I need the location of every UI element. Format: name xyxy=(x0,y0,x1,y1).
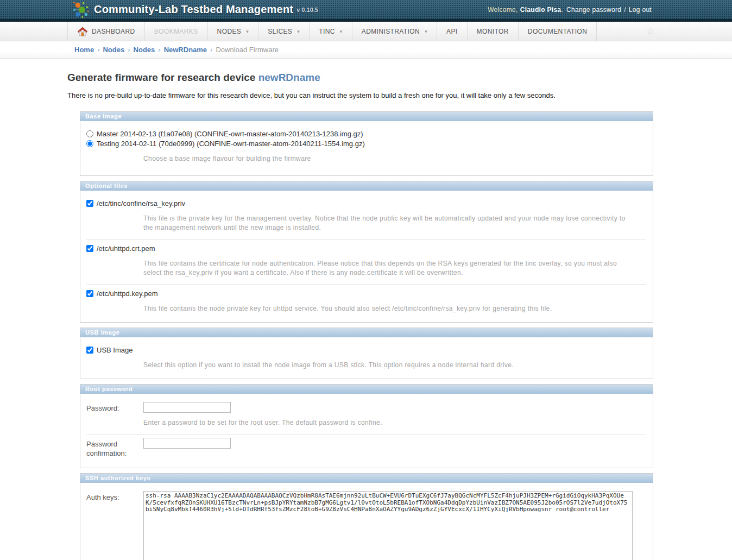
nav-label-administration: ADMINISTRATION xyxy=(362,28,420,35)
chevron-down-icon: ▾ xyxy=(340,29,343,34)
section-optional-files: Optional files /etc/tinc/confine/rsa_key… xyxy=(80,181,653,323)
base-image-option-testing[interactable]: Testing 2014-02-11 (70de0999) (CONFINE-o… xyxy=(86,140,646,148)
key-pem-checkbox[interactable] xyxy=(86,290,93,297)
nav-item-monitor[interactable]: MONITOR xyxy=(468,22,519,41)
section-usb-image: USB image USB Image Select this option i… xyxy=(80,328,653,379)
breadcrumb-current: Download Firmware xyxy=(216,46,279,54)
password-field[interactable] xyxy=(143,402,231,413)
section-root-password: Root password Password: Enter a password… xyxy=(80,384,653,468)
user-area: Welcome, Claudio Pisa . Change password … xyxy=(488,0,652,19)
breadcrumb-separator: › xyxy=(158,46,160,54)
base-image-help: Choose a base image flavour for building… xyxy=(143,154,635,163)
optional-file-key-pem[interactable]: /etc/uhttpd.key.pem xyxy=(86,290,646,298)
section-header-optional-files: Optional files xyxy=(80,181,653,191)
key-pem-label: /etc/uhttpd.key.pem xyxy=(97,290,158,298)
nav-item-dashboard[interactable]: DASHBOARD xyxy=(67,22,145,41)
usb-image-checkbox[interactable] xyxy=(86,347,93,354)
welcome-punctuation: . xyxy=(561,6,563,14)
nav-item-administration[interactable]: ADMINISTRATION ▾ xyxy=(352,22,437,41)
key-pem-help: This file contains the node private key … xyxy=(143,304,635,313)
base-image-label-master: Master 2014-02-13 (f1a07e08) (CONFINE-ow… xyxy=(97,130,363,138)
section-header-ssh-keys: SSH authorized keys xyxy=(80,474,653,483)
password-confirmation-label: Password confirmation: xyxy=(86,438,143,458)
usb-image-label: USB Image xyxy=(97,346,132,354)
auth-keys-label: Auth keys: xyxy=(86,491,143,502)
nav-label-nodes: NODES xyxy=(217,28,242,35)
rsa-key-help: This file is the private key for the man… xyxy=(143,214,635,232)
password-label: Password: xyxy=(86,402,143,413)
intro-text: There is no pre-build up-to-date firmwar… xyxy=(67,91,665,99)
nav-item-nodes[interactable]: NODES ▾ xyxy=(208,22,259,41)
section-base-image: Base Image Master 2014-02-13 (f1a07e08) … xyxy=(80,111,653,176)
nav-label-slices: SLICES xyxy=(268,28,292,35)
breadcrumb-nodes-2[interactable]: Nodes xyxy=(134,46,155,54)
nav-label-bookmarks: BOOKMARKS xyxy=(154,28,198,35)
password-confirmation-field[interactable] xyxy=(143,438,231,449)
device-name-link[interactable]: newRDname xyxy=(258,72,320,83)
base-image-radio-testing[interactable] xyxy=(86,140,93,147)
nav-item-tinc[interactable]: TINC ▾ xyxy=(310,22,352,41)
password-help: Enter a password to be set for the root … xyxy=(143,418,635,427)
top-header: Community-Lab Testbed Management v 0.10.… xyxy=(0,0,732,22)
chevron-down-icon: ▾ xyxy=(297,29,300,34)
usb-image-help: Select this option if you want to instal… xyxy=(143,361,635,370)
breadcrumb-device[interactable]: NewRDname xyxy=(164,46,207,54)
chevron-down-icon: ▾ xyxy=(425,29,427,34)
nav-label-api: API xyxy=(446,28,458,35)
base-image-radio-master[interactable] xyxy=(86,130,93,137)
section-header-root-password: Root password xyxy=(80,385,653,394)
breadcrumb-separator: › xyxy=(128,46,130,54)
breadcrumb-nodes-1[interactable]: Nodes xyxy=(103,46,124,54)
nav-item-slices[interactable]: SLICES ▾ xyxy=(258,22,310,41)
usb-image-option[interactable]: USB Image xyxy=(86,346,646,354)
rsa-key-checkbox[interactable] xyxy=(86,200,93,207)
auth-keys-textarea[interactable]: ssh-rsa AAAAB3NzaC1yc2EAAAADAQABAAABAQCz… xyxy=(143,491,633,560)
section-ssh-keys: SSH authorized keys Auth keys: ssh-rsa A… xyxy=(80,473,653,560)
breadcrumb: Home › Nodes › Nodes › NewRDname › Downl… xyxy=(0,41,732,59)
welcome-text: Welcome, xyxy=(488,6,518,14)
app-title: Community-Lab Testbed Management xyxy=(94,3,293,16)
link-separator: / xyxy=(624,6,626,14)
app-version: v 0.10.5 xyxy=(296,7,318,13)
breadcrumb-separator: › xyxy=(210,46,212,54)
nav-label-tinc: TINC xyxy=(319,28,335,35)
nav-item-documentation[interactable]: DOCUMENTATION xyxy=(519,22,597,41)
community-lab-logo-icon xyxy=(71,1,90,19)
crt-pem-checkbox[interactable] xyxy=(86,245,93,252)
section-header-base-image: Base Image xyxy=(80,112,653,121)
breadcrumb-home[interactable]: Home xyxy=(74,46,94,54)
chevron-down-icon: ▾ xyxy=(246,29,249,34)
nav-item-bookmarks: BOOKMARKS xyxy=(145,22,208,41)
favorite-star-icon[interactable]: ☆ xyxy=(646,25,655,37)
main-nav: DASHBOARD BOOKMARKS NODES ▾ SLICES ▾ TIN… xyxy=(0,22,732,41)
rsa-key-label: /etc/tinc/confine/rsa_key.priv xyxy=(97,199,185,207)
main-content: Generate firmware for research device ne… xyxy=(0,59,665,560)
page-title-text: Generate firmware for research device xyxy=(67,72,255,83)
user-name: Claudio Pisa xyxy=(520,6,561,14)
breadcrumb-separator: › xyxy=(97,46,99,54)
nav-item-api[interactable]: API xyxy=(437,22,468,41)
change-password-link[interactable]: Change password xyxy=(566,6,621,14)
logout-link[interactable]: Log out xyxy=(629,6,652,14)
home-icon xyxy=(77,27,88,36)
nav-label-monitor: MONITOR xyxy=(477,28,509,35)
optional-file-rsa-key[interactable]: /etc/tinc/confine/rsa_key.priv xyxy=(86,199,646,207)
crt-pem-label: /etc/uhttpd.crt.pem xyxy=(97,244,155,253)
nav-label-documentation: DOCUMENTATION xyxy=(528,28,587,35)
crt-pem-help: This file contains the certificate for n… xyxy=(143,259,635,278)
section-header-usb-image: USB image xyxy=(80,328,653,337)
base-image-label-testing: Testing 2014-02-11 (70de0999) (CONFINE-o… xyxy=(97,140,365,148)
nav-label-dashboard: DASHBOARD xyxy=(92,28,135,35)
page-title: Generate firmware for research device ne… xyxy=(67,72,665,84)
base-image-option-master[interactable]: Master 2014-02-13 (f1a07e08) (CONFINE-ow… xyxy=(86,130,646,138)
optional-file-crt-pem[interactable]: /etc/uhttpd.crt.pem xyxy=(86,244,646,253)
